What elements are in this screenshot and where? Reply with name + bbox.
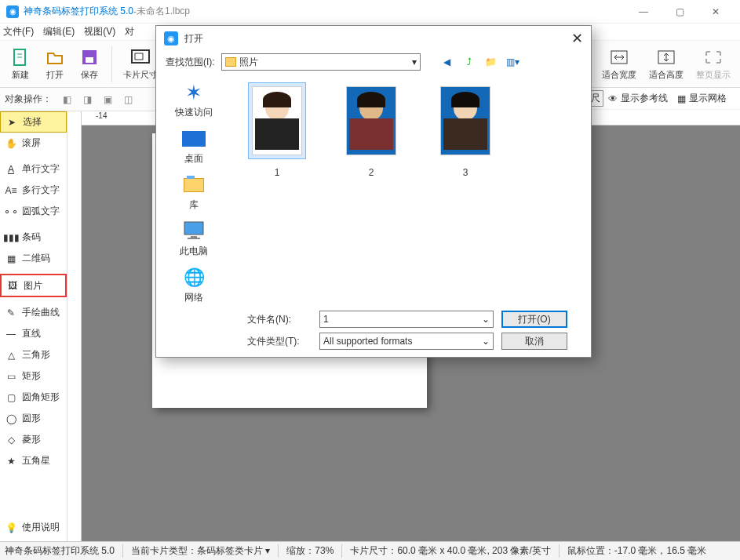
place-thispc[interactable]: 此电脑: [162, 220, 225, 258]
pc-icon: [180, 220, 207, 243]
show-grid-label: 显示网格: [689, 92, 727, 105]
dialog-open-button[interactable]: 打开(O): [501, 311, 567, 328]
libraries-icon: [180, 173, 207, 197]
place-desktop[interactable]: 桌面: [162, 127, 225, 165]
tool-ellipse[interactable]: ◯圆形: [0, 408, 67, 429]
tool-pan[interactable]: ✋滚屏: [0, 133, 67, 154]
cursor-icon: ➤: [5, 116, 18, 129]
chevron-down-icon: ⌄: [482, 336, 490, 347]
filetype-label: 文件类型(T):: [247, 335, 312, 348]
tool-pan-label: 滚屏: [22, 136, 41, 150]
layer-icon-4[interactable]: ◫: [119, 91, 137, 108]
filename-input[interactable]: 1⌄: [319, 311, 494, 328]
dialog-cancel-button[interactable]: 取消: [501, 333, 567, 350]
layer-icon-1[interactable]: ◧: [58, 91, 75, 108]
status-zoom-label: 缩放：: [286, 545, 315, 556]
file-item-1[interactable]: 1: [238, 82, 316, 310]
place-libraries[interactable]: 库: [162, 173, 225, 212]
dialog-app-icon: ◉: [164, 31, 178, 45]
filename-value: 1: [323, 314, 329, 325]
dialog-body: ✶ 快速访问 桌面 库 此电脑 🌐 网络: [156, 76, 591, 316]
tool-star-label: 五角星: [22, 454, 50, 467]
new-folder-button[interactable]: 📁: [483, 54, 499, 70]
tool-freehand-label: 手绘曲线: [22, 306, 60, 319]
save-button[interactable]: 保存: [74, 43, 105, 85]
filetype-value: All supported formats: [323, 336, 412, 347]
full-page-icon: [703, 47, 724, 67]
open-button[interactable]: 打开: [39, 43, 71, 85]
place-quick-access[interactable]: ✶ 快速访问: [162, 81, 225, 119]
dialog-bottom: 文件名(N): 1⌄ 打开(O) 文件类型(T): All supported …: [156, 308, 591, 352]
place-desktop-label: 桌面: [184, 152, 203, 165]
show-guides-button[interactable]: 👁 显示参考线: [603, 92, 673, 105]
tool-freehand[interactable]: ✎手绘曲线: [0, 302, 67, 323]
tool-triangle[interactable]: △三角形: [0, 344, 67, 365]
file-list[interactable]: 1 2 3: [231, 76, 591, 316]
vertical-ruler: [67, 111, 82, 541]
lookin-combo[interactable]: 照片 ▾: [221, 53, 421, 71]
full-page-label: 整页显示: [696, 69, 731, 81]
menu-view[interactable]: 视图(V): [84, 25, 115, 38]
fit-width-button[interactable]: 适合宽度: [597, 43, 641, 85]
fit-height-icon: [656, 47, 676, 67]
tool-multi-text[interactable]: A≡多行文字: [0, 180, 67, 201]
help-button[interactable]: 💡使用说明: [0, 517, 67, 538]
tool-diamond[interactable]: ◇菱形: [0, 429, 67, 450]
dialog-title: 打开: [184, 32, 203, 45]
open-label: 打开: [46, 69, 64, 81]
status-bar: 神奇条码标签打印系统 5.0 当前卡片类型：条码标签类卡片 ▾ 缩放：73% 卡…: [0, 541, 740, 560]
chevron-down-icon: ⌄: [482, 314, 490, 325]
file-item-2[interactable]: 2: [332, 82, 410, 310]
svg-rect-4: [86, 57, 93, 63]
app-title: 神奇条码标签打印系统 5.0: [24, 5, 133, 18]
file-item-3[interactable]: 3: [426, 82, 505, 310]
place-network[interactable]: 🌐 网络: [162, 266, 225, 304]
menu-file[interactable]: 文件(F): [3, 25, 34, 38]
dialog-titlebar[interactable]: ◉ 打开 ✕: [156, 26, 591, 51]
fit-height-button[interactable]: 适合高度: [644, 43, 688, 85]
dialog-lookin-row: 查找范围(I): 照片 ▾ ◀ ⤴ 📁 ▥▾: [156, 51, 591, 73]
tool-diamond-label: 菱形: [22, 433, 41, 446]
multiline-icon: A≡: [5, 184, 17, 197]
file-2-caption: 2: [369, 167, 374, 178]
maximize-button[interactable]: ▢: [662, 0, 698, 24]
save-label: 保存: [81, 69, 98, 81]
menu-edit[interactable]: 编辑(E): [43, 25, 75, 38]
pencil-icon: ✎: [5, 307, 17, 319]
tool-qrcode[interactable]: ▦二维码: [0, 248, 67, 269]
back-button[interactable]: ◀: [439, 54, 455, 70]
layer-icon-3[interactable]: ▣: [99, 91, 116, 108]
layer-icon-2[interactable]: ◨: [78, 91, 96, 108]
close-button[interactable]: ✕: [698, 0, 734, 24]
new-label: 新建: [12, 69, 29, 81]
tool-rect[interactable]: ▭矩形: [0, 365, 67, 387]
tool-select-label: 选择: [23, 115, 42, 129]
file-1-caption: 1: [275, 167, 280, 178]
card-size-icon: [130, 47, 151, 67]
view-menu-button[interactable]: ▥▾: [505, 54, 521, 70]
minimize-button[interactable]: —: [625, 0, 662, 24]
tool-ellipse-label: 圆形: [22, 412, 41, 425]
tool-barcode[interactable]: ▮▮▮条码: [0, 227, 67, 248]
tool-image[interactable]: 🖼图片: [0, 274, 67, 297]
tool-select[interactable]: ➤选择: [0, 111, 67, 133]
dialog-close-button[interactable]: ✕: [571, 30, 583, 47]
new-button[interactable]: 新建: [5, 43, 36, 85]
file-3-caption: 3: [463, 167, 468, 178]
open-dialog: ◉ 打开 ✕ 查找范围(I): 照片 ▾ ◀ ⤴ 📁 ▥▾ ✶ 快速访问 桌面: [155, 25, 592, 358]
chevron-down-icon: ▾: [412, 56, 417, 67]
desktop-icon: [180, 127, 207, 151]
svg-rect-11: [188, 238, 200, 239]
dialog-open-label: 打开(O): [518, 313, 550, 326]
menu-object[interactable]: 对: [125, 25, 134, 38]
tool-line[interactable]: —直线: [0, 323, 67, 344]
tool-arc-text[interactable]: ⚬⚬圆弧文字: [0, 201, 67, 222]
filetype-select[interactable]: All supported formats⌄: [319, 333, 494, 350]
tool-roundrect[interactable]: ▢圆角矩形: [0, 387, 67, 408]
up-button[interactable]: ⤴: [461, 54, 477, 70]
show-grid-button[interactable]: ▦ 显示网格: [673, 92, 731, 105]
tool-star[interactable]: ★五角星: [0, 450, 67, 471]
star-access-icon: ✶: [180, 81, 207, 104]
tool-single-text[interactable]: A单行文字: [0, 158, 67, 180]
full-page-button[interactable]: 整页显示: [691, 43, 735, 85]
